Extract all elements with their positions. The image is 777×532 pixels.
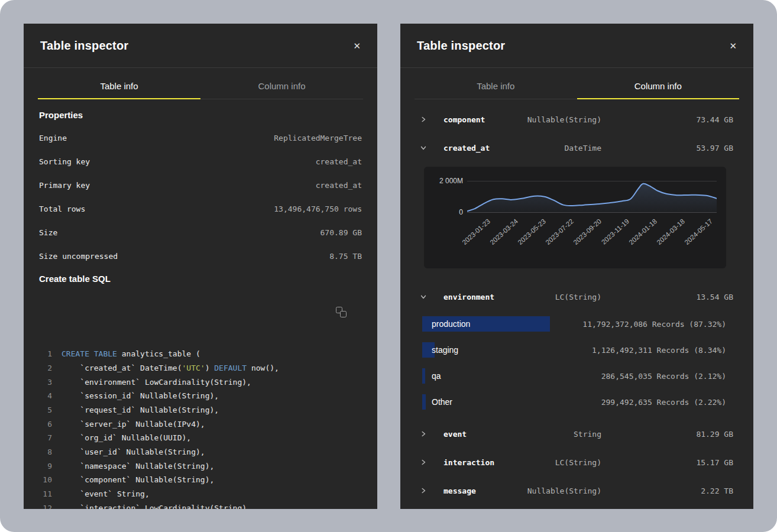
code-text: `created_at` DateTime('UTC') DEFAULT now… xyxy=(61,361,279,375)
dialog-title: Table inspector xyxy=(417,39,505,53)
code-line: 12 `interaction` LowCardinality(String), xyxy=(39,501,362,509)
column-row-event[interactable]: eventString81.29 GB xyxy=(400,420,753,448)
env-value-records: 299,492,635 Records (2.22%) xyxy=(601,398,726,407)
chevron-right-icon[interactable] xyxy=(420,116,426,122)
code-line: 4 `session_id` Nullable(String), xyxy=(39,389,362,403)
x-tick-label: 2023-07-22 xyxy=(544,218,575,246)
property-row: Size670.89 GB xyxy=(39,220,362,244)
sql-text: `interaction` LowCardinality(String), xyxy=(61,504,251,509)
line-number: 7 xyxy=(39,431,52,445)
code-line: 1CREATE TABLE analytics_table ( xyxy=(39,347,362,361)
line-number: 2 xyxy=(39,361,52,375)
copy-icon[interactable] xyxy=(336,307,347,317)
chevron-down-icon[interactable] xyxy=(420,294,426,300)
env-value-label: Other xyxy=(432,397,452,407)
dialog-header: Table inspector ✕ xyxy=(400,24,753,68)
env-value-label: production xyxy=(432,319,470,329)
column-size: 2.22 TB xyxy=(601,486,733,495)
code-line: 5 `request_id` Nullable(String), xyxy=(39,403,362,417)
sql-text: `environment` LowCardinality(String), xyxy=(61,378,251,387)
code-text: `environment` LowCardinality(String), xyxy=(61,375,251,390)
environment-values-list: production11,792,372,086 Records (87.32%… xyxy=(400,311,753,415)
x-tick-label: 2023-11-19 xyxy=(600,218,630,246)
property-value: ReplicatedMergeTree xyxy=(274,134,362,142)
chevron-right-icon[interactable] xyxy=(420,431,426,437)
env-value-row: Other299,492,635 Records (2.22%) xyxy=(400,389,753,415)
line-number: 11 xyxy=(39,487,52,501)
sql-code-lines: 1CREATE TABLE analytics_table (2 `create… xyxy=(39,347,362,509)
env-value-records: 1,126,492,311 Records (8.34%) xyxy=(592,346,726,355)
column-type: Nullable(String) xyxy=(485,115,601,124)
table-inspector-dialog-right: Table inspector ✕ Table info Column info… xyxy=(400,24,753,509)
code-text: `request_id` Nullable(String), xyxy=(61,403,219,417)
property-label: Engine xyxy=(39,134,67,142)
property-label: Sorting key xyxy=(39,157,90,166)
table-inspector-dialog-left: Table inspector ✕ Table info Column info… xyxy=(24,24,377,509)
column-row-environment[interactable]: environmentLC(String)13.54 GB xyxy=(400,283,753,311)
x-tick-label: 2024-03-18 xyxy=(655,218,686,246)
column-row-interaction[interactable]: interactionLC(String)15.17 GB xyxy=(400,448,753,476)
code-text: CREATE TABLE analytics_table ( xyxy=(61,347,200,361)
x-tick-label: 2023-01-23 xyxy=(461,218,492,246)
column-size: 53.97 GB xyxy=(601,144,733,153)
close-icon[interactable]: ✕ xyxy=(729,41,737,50)
sql-code-block: 1CREATE TABLE analytics_table (2 `create… xyxy=(39,305,362,509)
tab-column-info[interactable]: Column info xyxy=(577,81,740,99)
column-row-created_at[interactable]: created_atDateTime53.97 GB xyxy=(400,134,753,162)
property-value: created_at xyxy=(316,157,362,166)
env-value-bar xyxy=(422,368,425,384)
property-label: Size xyxy=(39,228,57,237)
column-type: LC(String) xyxy=(494,293,601,301)
property-label: Size uncompressed xyxy=(39,252,118,261)
x-tick-label: 2023-05-23 xyxy=(516,218,547,246)
line-number: 5 xyxy=(39,403,52,417)
code-text: `server_ip` Nullable(IPv4), xyxy=(61,417,205,432)
sql-text: `request_id` Nullable(String), xyxy=(61,406,219,414)
line-number: 3 xyxy=(39,375,52,390)
column-list: componentNullable(String)73.44 GBcreated… xyxy=(400,105,753,505)
properties-list: EngineReplicatedMergeTreeSorting keycrea… xyxy=(39,126,362,268)
chevron-right-icon[interactable] xyxy=(420,488,426,494)
code-text: `user_id` Nullable(String), xyxy=(61,445,205,459)
area-fill xyxy=(467,184,717,212)
code-text: `component` Nullable(String), xyxy=(61,473,214,487)
code-text: `event` String, xyxy=(61,487,150,501)
x-tick-label: 2023-03-24 xyxy=(489,218,520,246)
chevron-down-icon[interactable] xyxy=(420,145,426,151)
env-value-row: qa286,545,035 Records (2.12%) xyxy=(400,363,753,389)
line-number: 4 xyxy=(39,389,52,403)
env-value-bar xyxy=(422,394,426,410)
chevron-right-icon[interactable] xyxy=(420,459,426,465)
column-name: event xyxy=(443,430,467,439)
column-row-component[interactable]: componentNullable(String)73.44 GB xyxy=(400,105,753,134)
area-chart xyxy=(467,179,717,213)
column-type: DateTime xyxy=(490,144,601,153)
x-tick-label: 2024-01-18 xyxy=(627,218,658,246)
code-text: `session_id` Nullable(String), xyxy=(61,389,219,403)
tab-bar: Table info Column info xyxy=(38,68,363,99)
column-size: 13.54 GB xyxy=(601,293,733,301)
property-row: Total rows13,496,476,750 rows xyxy=(39,197,362,220)
line-number: 12 xyxy=(39,501,52,509)
property-value: 8.75 TB xyxy=(329,252,362,261)
tab-bar: Table info Column info xyxy=(415,68,739,99)
line-number: 6 xyxy=(39,417,52,432)
code-line: 2 `created_at` DateTime('UTC') DEFAULT n… xyxy=(39,361,362,375)
line-number: 1 xyxy=(39,347,52,361)
tab-column-info[interactable]: Column info xyxy=(200,81,363,99)
sql-text: `session_id` Nullable(String), xyxy=(61,391,219,400)
sql-keyword: CREATE TABLE xyxy=(61,349,117,358)
tab-table-info[interactable]: Table info xyxy=(38,81,200,99)
property-value: created_at xyxy=(316,181,362,190)
tab-table-info[interactable]: Table info xyxy=(415,81,577,99)
dialog-header: Table inspector ✕ xyxy=(24,24,377,68)
screenshot-background: Table inspector ✕ Table info Column info… xyxy=(0,0,777,532)
code-line: 10 `component` Nullable(String), xyxy=(39,473,362,487)
dialog-title: Table inspector xyxy=(40,39,128,53)
env-value-label: staging xyxy=(432,345,458,355)
property-row: EngineReplicatedMergeTree xyxy=(39,126,362,150)
close-icon[interactable]: ✕ xyxy=(353,41,361,50)
column-size: 73.44 GB xyxy=(601,115,733,124)
column-row-message[interactable]: messageNullable(String)2.22 TB xyxy=(400,476,753,505)
column-size: 81.29 GB xyxy=(601,430,733,439)
